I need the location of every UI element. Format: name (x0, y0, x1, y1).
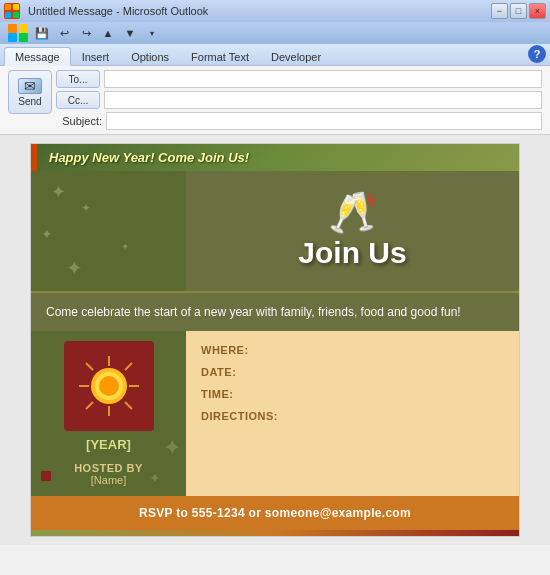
tab-insert[interactable]: Insert (71, 47, 121, 65)
dropdown-icon[interactable]: ▾ (144, 25, 160, 41)
svg-line-13 (125, 402, 132, 409)
svg-rect-7 (19, 33, 28, 42)
svg-line-15 (86, 402, 93, 409)
date-row: Date: (201, 365, 504, 379)
office-logo (8, 24, 28, 42)
svg-point-18 (99, 376, 119, 396)
subject-label: Subject: (58, 115, 102, 127)
hosted-name: [Name] (74, 474, 143, 486)
redo-icon[interactable]: ↪ (78, 25, 94, 41)
champagne-icon: 🥂 (328, 192, 378, 232)
up-icon[interactable]: ▲ (100, 25, 116, 41)
to-row: To... (56, 70, 542, 88)
help-button[interactable]: ? (528, 45, 546, 63)
description-section: Come celebrate the start of a new year w… (31, 291, 519, 331)
subject-row: Subject: (56, 112, 542, 130)
hero-section: ✦ ✦ ✦ ✦ ✦ 🥂 Join Us (31, 171, 519, 291)
svg-line-14 (125, 363, 132, 370)
close-button[interactable]: × (529, 3, 546, 19)
hosted-section: Hosted by [Name] (74, 462, 143, 486)
title-text: Untitled Message - Microsoft Outlook (28, 5, 208, 17)
decorative-square (41, 471, 51, 481)
window-controls: − □ × (491, 3, 546, 19)
rsvp-text: RSVP to 555-1234 or someone@example.com (139, 506, 411, 520)
cc-input[interactable] (104, 91, 542, 109)
tab-options[interactable]: Options (120, 47, 180, 65)
quick-access-toolbar: 💾 ↩ ↪ ▲ ▼ ▾ (0, 22, 550, 44)
svg-rect-0 (5, 4, 11, 10)
star-deco-3: ✦ (41, 226, 53, 242)
cc-row: Cc... (56, 91, 542, 109)
svg-rect-1 (13, 4, 19, 10)
star-deco-5: ✦ (66, 256, 83, 280)
rsvp-footer: RSVP to 555-1234 or someone@example.com (31, 496, 519, 530)
svg-rect-5 (19, 24, 28, 33)
time-label: Time: (201, 388, 233, 400)
tab-developer[interactable]: Developer (260, 47, 332, 65)
send-icon: ✉ (18, 78, 42, 94)
to-input[interactable] (104, 70, 542, 88)
title-bar: Untitled Message - Microsoft Outlook − □… (0, 0, 550, 22)
sun-decoration (64, 341, 154, 431)
star-deco-6: ✦ (163, 435, 181, 461)
where-row: Where: (201, 343, 504, 357)
directions-label: Directions: (201, 410, 278, 422)
template-header: Happy New Year! Come Join Us! (31, 144, 519, 171)
where-label: Where: (201, 344, 249, 356)
directions-row: Directions: (201, 409, 504, 423)
ribbon-tabs: Message Insert Options Format Text Devel… (0, 44, 550, 66)
right-column: Where: Date: Time: Directions: (186, 331, 519, 496)
cc-button[interactable]: Cc... (56, 91, 100, 109)
minimize-button[interactable]: − (491, 3, 508, 19)
content-area: Happy New Year! Come Join Us! ✦ ✦ ✦ ✦ ✦ … (0, 135, 550, 545)
svg-line-12 (86, 363, 93, 370)
app-icon (4, 3, 20, 19)
star-deco-2: ✦ (81, 201, 91, 215)
subject-input[interactable] (106, 112, 542, 130)
to-button[interactable]: To... (56, 70, 100, 88)
star-deco-1: ✦ (51, 181, 66, 203)
maximize-button[interactable]: □ (510, 3, 527, 19)
time-row: Time: (201, 387, 504, 401)
email-template: Happy New Year! Come Join Us! ✦ ✦ ✦ ✦ ✦ … (30, 143, 520, 537)
address-fields: To... Cc... Subject: (56, 70, 542, 130)
undo-icon[interactable]: ↩ (56, 25, 72, 41)
date-label: Date: (201, 366, 236, 378)
svg-rect-6 (8, 33, 17, 42)
tab-message[interactable]: Message (4, 47, 71, 66)
email-fields: ✉ Send To... Cc... Subject: (0, 66, 550, 135)
hero-left-decoration: ✦ ✦ ✦ ✦ ✦ (31, 171, 186, 291)
bottom-decorative-strip (31, 530, 519, 536)
save-icon[interactable]: 💾 (34, 25, 50, 41)
star-deco-7: ✦ (149, 470, 161, 486)
down-icon[interactable]: ▼ (122, 25, 138, 41)
svg-rect-4 (8, 24, 17, 33)
header-text: Happy New Year! Come Join Us! (41, 150, 249, 165)
svg-rect-3 (13, 12, 19, 18)
star-deco-4: ✦ (121, 241, 129, 252)
hero-right: 🥂 Join Us (186, 171, 519, 291)
main-content: [YEAR] Hosted by [Name] ✦ ✦ Where: Date: (31, 331, 519, 496)
hosted-by-label: Hosted by (74, 462, 143, 474)
join-us-heading: Join Us (298, 236, 406, 270)
send-button[interactable]: ✉ Send (8, 70, 52, 114)
description-text: Come celebrate the start of a new year w… (46, 303, 504, 321)
left-column: [YEAR] Hosted by [Name] ✦ ✦ (31, 331, 186, 496)
svg-rect-2 (5, 12, 11, 18)
sun-icon (74, 351, 144, 421)
year-text: [YEAR] (86, 437, 131, 452)
tab-format-text[interactable]: Format Text (180, 47, 260, 65)
